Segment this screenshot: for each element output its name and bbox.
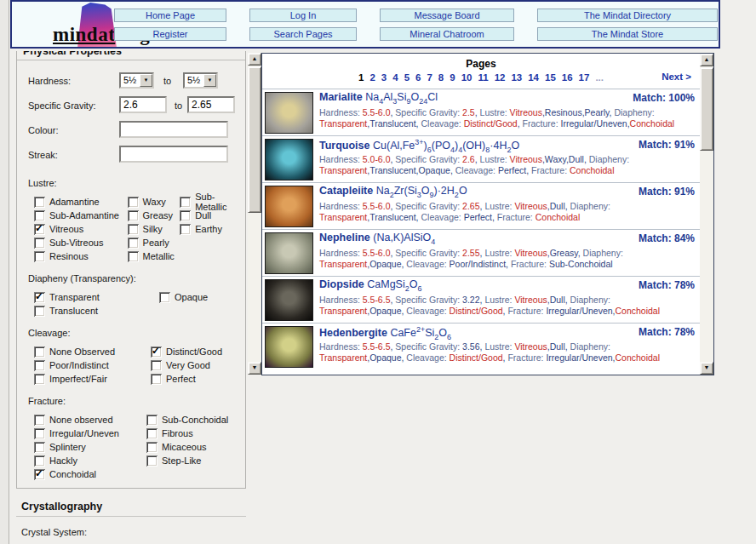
checkbox-metallic[interactable]: Metallic xyxy=(128,249,180,263)
colour-input[interactable] xyxy=(119,121,228,138)
checkbox-pearly[interactable]: Pearly xyxy=(128,236,180,249)
checkbox-box-icon[interactable] xyxy=(34,428,45,439)
checkbox-box-icon[interactable] xyxy=(128,224,139,235)
checkbox-box-icon[interactable] xyxy=(180,210,191,221)
checkbox-hackly[interactable]: Hackly xyxy=(34,454,146,467)
scroll-up-icon[interactable]: ▲ xyxy=(700,54,713,66)
checkbox-box-icon[interactable] xyxy=(128,197,139,208)
checkbox-box-icon[interactable] xyxy=(34,238,45,249)
checkbox-imperfect-fair[interactable]: Imperfect/Fair xyxy=(34,372,151,386)
scrollbar-thumb[interactable] xyxy=(700,67,713,151)
checkbox-micaceous[interactable]: Micaceous xyxy=(146,440,228,454)
checkbox-box-icon[interactable] xyxy=(34,374,45,385)
checkbox-none-observed[interactable]: None Observed xyxy=(34,345,151,358)
mineral-thumbnail[interactable] xyxy=(265,232,313,274)
page-link-blank[interactable]: ... xyxy=(595,72,604,83)
checkbox-box-icon[interactable] xyxy=(34,251,45,262)
checkbox-box-icon[interactable] xyxy=(34,306,45,317)
mineral-thumbnail[interactable] xyxy=(265,92,313,134)
next-page-link[interactable]: Next > xyxy=(662,72,691,82)
specific-gravity-from-input[interactable] xyxy=(119,96,167,113)
checkbox-box-icon[interactable] xyxy=(34,415,45,426)
mineral-name-link[interactable]: Hedenbergite xyxy=(319,327,387,339)
page-link-12[interactable]: 12 xyxy=(495,72,506,83)
mineral-name-link[interactable]: Turquoise xyxy=(319,140,370,152)
checkbox-box-icon[interactable] xyxy=(128,251,139,262)
nav-button-log-in[interactable]: Log In xyxy=(249,9,357,22)
checkbox-dull[interactable]: Dull xyxy=(180,209,245,222)
checkbox-box-icon[interactable] xyxy=(34,346,45,358)
page-link-4[interactable]: 4 xyxy=(392,72,398,83)
checkbox-very-good[interactable]: Very Good xyxy=(151,358,222,372)
checkbox-box-icon[interactable] xyxy=(151,346,162,358)
page-link-3[interactable]: 3 xyxy=(381,72,387,83)
page-link-10[interactable]: 10 xyxy=(461,72,472,83)
checkbox-splintery[interactable]: Splintery xyxy=(34,440,146,454)
chevron-down-icon[interactable]: ▼ xyxy=(203,74,216,87)
mineral-thumbnail[interactable] xyxy=(265,326,313,368)
page-link-8[interactable]: 8 xyxy=(438,72,444,83)
scrollbar-thumb[interactable] xyxy=(248,66,261,213)
checkbox-box-icon[interactable] xyxy=(128,210,139,221)
checkbox-box-icon[interactable] xyxy=(146,415,158,426)
checkbox-box-icon[interactable] xyxy=(159,292,170,303)
page-link-11[interactable]: 11 xyxy=(478,72,488,83)
scroll-up-icon[interactable]: ▲ xyxy=(248,53,261,66)
page-link-16[interactable]: 16 xyxy=(562,72,573,83)
streak-input[interactable] xyxy=(119,146,228,163)
mineral-thumbnail[interactable] xyxy=(265,186,313,227)
checkbox-translucent[interactable]: Translucent xyxy=(34,304,159,318)
checkbox-conchoidal[interactable]: Conchoidal xyxy=(34,467,146,481)
checkbox-box-icon[interactable] xyxy=(146,428,158,439)
mineral-name-link[interactable]: Marialite xyxy=(319,91,363,103)
checkbox-none-observed[interactable]: None observed xyxy=(34,413,146,427)
checkbox-box-icon[interactable] xyxy=(34,360,45,371)
checkbox-resinous[interactable]: Resinous xyxy=(34,249,128,263)
mineral-name-link[interactable]: Diopside xyxy=(319,278,364,290)
checkbox-poor-indistinct[interactable]: Poor/Indistinct xyxy=(34,358,151,372)
scroll-down-icon[interactable]: ▼ xyxy=(700,362,713,375)
specific-gravity-to-input[interactable] xyxy=(187,96,235,113)
nav-button-register[interactable]: Register xyxy=(114,27,226,41)
page-link-7[interactable]: 7 xyxy=(427,72,432,83)
mineral-name-link[interactable]: Nepheline xyxy=(319,232,370,243)
checkbox-box-icon[interactable] xyxy=(146,442,158,453)
checkbox-box-icon[interactable] xyxy=(34,455,45,467)
checkbox-box-icon[interactable] xyxy=(34,469,45,480)
checkbox-adamantine[interactable]: Adamantine xyxy=(34,195,128,209)
checkbox-silky[interactable]: Silky xyxy=(128,222,180,236)
nav-button-mineral-chatroom[interactable]: Mineral Chatroom xyxy=(380,27,514,41)
nav-button-message-board[interactable]: Message Board xyxy=(380,9,514,22)
checkbox-perfect[interactable]: Perfect xyxy=(151,372,222,386)
checkbox-box-icon[interactable] xyxy=(34,442,45,453)
page-link-14[interactable]: 14 xyxy=(528,72,539,83)
checkbox-box-icon[interactable] xyxy=(34,210,45,221)
checkbox-box-icon[interactable] xyxy=(180,197,191,208)
checkbox-box-icon[interactable] xyxy=(151,360,162,371)
nav-button-home-page[interactable]: Home Page xyxy=(114,9,226,22)
page-link-15[interactable]: 15 xyxy=(545,72,556,83)
checkbox-box-icon[interactable] xyxy=(34,292,45,303)
mineral-thumbnail[interactable] xyxy=(265,139,313,180)
checkbox-sub-adamantine[interactable]: Sub-Adamantine xyxy=(34,209,128,222)
mineral-name-link[interactable]: Catapleiite xyxy=(319,185,373,197)
nav-button-the-mindat-store[interactable]: The Mindat Store xyxy=(537,27,718,41)
checkbox-distinct-good[interactable]: Distinct/Good xyxy=(151,345,222,358)
checkbox-step-like[interactable]: Step-Like xyxy=(146,454,228,467)
checkbox-opaque[interactable]: Opaque xyxy=(159,290,208,304)
checkbox-box-icon[interactable] xyxy=(151,374,162,385)
checkbox-transparent[interactable]: Transparent xyxy=(34,290,159,304)
checkbox-box-icon[interactable] xyxy=(34,224,45,235)
checkbox-box-icon[interactable] xyxy=(180,224,191,235)
checkbox-sub-vitreous[interactable]: Sub-Vitreous xyxy=(34,236,128,249)
nav-button-the-mindat-directory[interactable]: The Mindat Directory xyxy=(537,9,718,22)
checkbox-box-icon[interactable] xyxy=(146,455,158,467)
checkbox-irregular-uneven[interactable]: Irregular/Uneven xyxy=(34,427,146,440)
scroll-down-icon[interactable]: ▼ xyxy=(248,362,261,375)
mineral-thumbnail[interactable] xyxy=(265,279,313,321)
checkbox-box-icon[interactable] xyxy=(34,197,45,208)
hardness-from-select[interactable]: 5½ ▼ xyxy=(119,72,154,89)
page-link-6[interactable]: 6 xyxy=(415,72,421,83)
checkbox-box-icon[interactable] xyxy=(128,238,139,249)
page-link-5[interactable]: 5 xyxy=(404,72,410,83)
